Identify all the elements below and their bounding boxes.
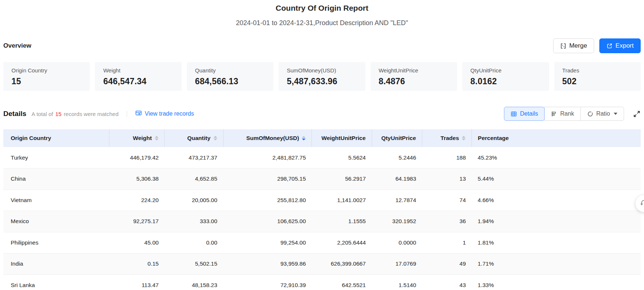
headset-icon [640,199,644,208]
stat-card-origin-country: Origin Country 15 [3,62,90,91]
sort-icon-desc-active[interactable] [302,136,306,140]
value-cell: 64.1983 [372,168,422,190]
stat-value: 646,547.34 [103,76,173,86]
value-cell: 224.20 [109,190,164,211]
value-cell: 255,812.80 [223,190,312,211]
tab-ratio[interactable]: Ratio [580,107,624,121]
chevron-down-icon [614,113,617,115]
value-cell: 20,005.00 [164,190,223,211]
origin-country-table: Origin Country Weight Quantity SumOfMone… [3,129,641,290]
rank-bars-icon [551,111,557,117]
stat-card-weight-unit-price: WeightUnitPrice 8.4876 [371,62,457,91]
value-cell: 99,254.00 [223,232,312,253]
sort-icon[interactable] [462,136,466,140]
overview-actions: Merge Export [553,38,641,53]
value-cell: 113.47 [109,274,164,290]
stat-value: 15 [11,76,82,86]
export-button[interactable]: Export [599,38,641,53]
matched-prefix: A total of [31,111,53,117]
merge-button[interactable]: Merge [553,38,594,53]
value-cell: 5,502.15 [164,253,223,275]
fullscreen-button[interactable] [633,110,641,118]
column-header-weight[interactable]: Weight [109,129,164,147]
value-cell: 43 [422,274,472,290]
value-cell: 1.5140 [372,274,422,290]
country-of-origin-report-page: Country Of Origin Report 2024-01-01 to 2… [0,0,644,290]
country-cell: India [3,253,109,275]
value-cell: 1,141.0027 [312,190,372,211]
value-cell: 0.00 [164,232,223,253]
stat-card-sum-of-money: SumOfMoney(USD) 5,487,633.96 [279,62,365,91]
stat-value: 5,487,633.96 [287,76,357,86]
stat-value: 8.0162 [470,76,541,86]
table-header-row: Origin Country Weight Quantity SumOfMone… [3,129,641,147]
stat-label: Weight [103,67,173,74]
value-cell: 4.66% [472,190,641,211]
overview-section-header: Overview Merge Export [3,38,641,53]
report-header: Country Of Origin Report 2024-01-01 to 2… [0,0,644,27]
tab-rank[interactable]: Rank [544,107,580,121]
country-cell: Philippines [3,232,109,253]
stat-card-weight: Weight 646,547.34 [95,62,181,91]
stat-card-quantity: Quantity 684,566.13 [187,62,273,91]
value-cell: 5.44% [472,168,641,190]
stat-label: QtyUnitPrice [470,67,541,74]
value-cell: 13 [422,168,472,190]
value-cell: 473,217.37 [164,147,223,168]
column-header-origin-country: Origin Country [3,129,109,147]
tab-details-label: Details [520,110,538,117]
value-cell: 333.00 [164,211,223,232]
table-row: Turkey446,179.42473,217.372,481,827.755.… [3,147,641,168]
table-row: Vietnam224.2020,005.00255,812.801,141.00… [3,190,641,211]
stat-card-trades: Trades 502 [554,62,641,91]
table-row: Philippines45.000.0099,254.002,205.64440… [3,232,641,253]
matched-suffix: records were matched [64,111,118,117]
sort-icon[interactable] [214,136,217,140]
tab-details[interactable]: Details [504,107,545,121]
column-header-weight-unit-price: WeightUnitPrice [312,129,372,147]
country-cell: Vietnam [3,190,109,211]
value-cell: 92,275.17 [109,211,164,232]
country-cell: Sri Lanka [3,274,109,290]
stat-value: 684,566.13 [195,76,265,86]
value-cell: 49 [422,253,472,275]
details-heading: Details [3,110,26,118]
export-button-label: Export [616,42,634,50]
value-cell: 1.1555 [312,211,372,232]
table-row: Mexico92,275.17333.00106,625.001.1555320… [3,211,641,232]
merge-icon [560,43,566,49]
overview-cards: Origin Country 15 Weight 646,547.34 Quan… [3,62,641,91]
value-cell: 188 [422,147,472,168]
value-cell: 446,179.42 [109,147,164,168]
stat-value: 8.4876 [379,76,449,86]
country-cell: China [3,168,109,190]
sort-icon[interactable] [155,136,159,140]
value-cell: 0.15 [109,253,164,275]
value-cell: 17.0769 [372,253,422,275]
details-toolbar: Details A total of15records were matched… [3,106,641,121]
value-cell: 0.0000 [372,232,422,253]
column-header-trades[interactable]: Trades [422,129,472,147]
column-header-quantity[interactable]: Quantity [164,129,223,147]
view-trade-records-label: View trade records [145,110,194,117]
value-cell: 48,158.23 [164,274,223,290]
vertical-divider [127,111,127,117]
ratio-circle-icon [587,111,593,117]
view-trade-records-link[interactable]: View trade records [135,110,194,118]
value-cell: 93,959.86 [223,253,312,275]
column-header-sum-of-money[interactable]: SumOfMoney(USD) [223,129,312,147]
merge-button-label: Merge [569,42,587,50]
table-body: Turkey446,179.42473,217.372,481,827.755.… [3,147,641,290]
value-cell: 5.2446 [372,147,422,168]
value-cell: 1.71% [472,253,641,275]
table-row: China5,306.384,652.85298,705.1556.291764… [3,168,641,190]
details-toolbar-right: Details Rank [504,107,641,121]
value-cell: 2,481,827.75 [223,147,312,168]
value-cell: 45.23% [472,147,641,168]
table-row: India0.155,502.1593,959.86626,399.066717… [3,253,641,275]
value-cell: 1.81% [472,232,641,253]
details-toolbar-left: Details A total of15records were matched… [3,110,194,118]
trade-records-icon [135,110,142,118]
matched-records-text: A total of15records were matched [31,111,118,117]
value-cell: 320.1952 [372,211,422,232]
